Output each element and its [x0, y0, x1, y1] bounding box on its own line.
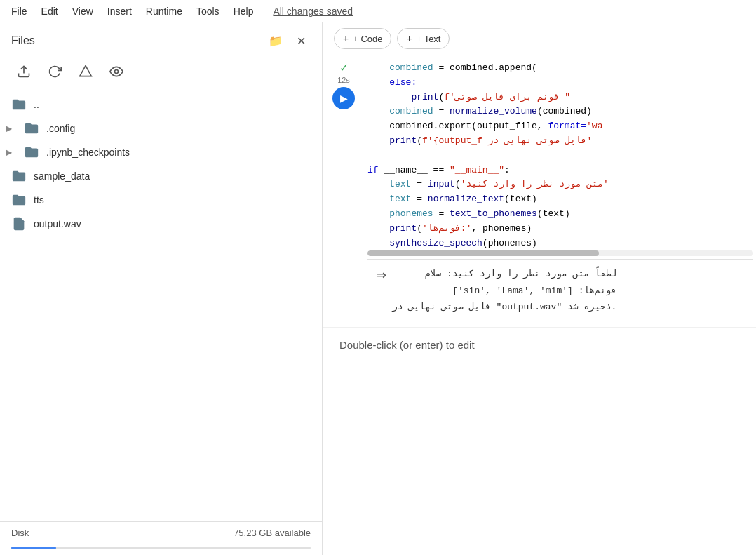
file-toolbar	[0, 56, 322, 93]
file-name: sample_data	[34, 170, 90, 182]
folder-icon: 📁	[266, 31, 285, 51]
run-time-label: 12s	[337, 76, 350, 84]
disk-progress-bar	[11, 547, 311, 549]
list-item[interactable]: sample_data	[0, 164, 322, 188]
expand-arrow-icon: ▶	[6, 147, 17, 157]
file-name: .ipynb_checkpoints	[46, 147, 130, 158]
output-scrollbar[interactable]	[367, 250, 753, 256]
menu-bar: File Edit View Insert Runtime Tools Help…	[0, 0, 756, 22]
plus-icon: +	[343, 33, 349, 44]
run-status-icon: ✓	[339, 61, 349, 74]
upload-button[interactable]	[11, 59, 36, 84]
cell-container: ✓ 12s ▶ combined = combined.append( else…	[323, 55, 756, 555]
output-area: ⇒ لطفاً متن مورد نظر را وارد کنید: سلام …	[367, 259, 753, 321]
file-list: .. ▶ .config ▶ .ipynb_checkpoints sample…	[0, 93, 322, 521]
notebook-toolbar: + + Code + + Text	[323, 22, 756, 55]
add-text-button[interactable]: + + Text	[397, 28, 450, 49]
output-scrollbar-thumb	[367, 250, 599, 256]
disk-info: Disk 75.23 GB available	[0, 521, 322, 544]
menu-edit[interactable]: Edit	[41, 6, 58, 17]
list-item[interactable]: output.wav	[0, 212, 322, 236]
menu-runtime[interactable]: Runtime	[146, 6, 182, 17]
svg-marker-1	[80, 66, 92, 76]
refresh-button[interactable]	[42, 59, 67, 84]
save-status: All changes saved	[273, 6, 353, 17]
file-name: ..	[34, 99, 39, 110]
main-layout: Files 📁 ✕	[0, 22, 756, 555]
list-item[interactable]: ..	[0, 93, 322, 116]
file-name: tts	[34, 194, 44, 206]
menu-view[interactable]: View	[72, 6, 93, 17]
output-line-3: .ذخیره شد "output.wav" فایل صوتی نهایی د…	[392, 299, 616, 315]
close-icon[interactable]: ✕	[291, 31, 311, 51]
menu-help[interactable]: Help	[234, 6, 254, 17]
output-scroll: ⇒ لطفاً متن مورد نظر را وارد کنید: سلام …	[376, 266, 745, 315]
file-name: .config	[46, 123, 75, 134]
output-line-1: لطفاً متن مورد نظر را وارد کنید: سلام	[392, 266, 616, 282]
plus-icon: +	[406, 33, 412, 44]
list-item[interactable]: ▶ .ipynb_checkpoints	[0, 140, 322, 164]
preview-button[interactable]	[104, 59, 129, 84]
list-item[interactable]: tts	[0, 188, 322, 212]
svg-point-2	[115, 70, 119, 74]
text-cell-hint: Double-click (or enter) to edit	[339, 339, 475, 351]
run-button[interactable]: ▶	[332, 87, 355, 109]
notebook-panel: + + Code + + Text ✓ 12s ▶ combined = com…	[323, 22, 756, 555]
output-arrow-icon: ⇒	[376, 267, 386, 283]
menu-file[interactable]: File	[11, 6, 27, 17]
cell-controls: ✓ 12s ▶	[323, 55, 365, 327]
code-block: combined = combined.append( else: print(…	[367, 61, 753, 250]
files-header: Files 📁 ✕	[0, 22, 322, 56]
list-item[interactable]: ▶ .config	[0, 116, 322, 140]
menu-insert[interactable]: Insert	[107, 6, 132, 17]
disk-label: Disk	[11, 528, 29, 538]
expand-arrow-icon: ▶	[6, 123, 17, 133]
disk-progress-fill	[11, 547, 56, 549]
files-title: Files	[11, 34, 35, 47]
files-header-icons: 📁 ✕	[266, 31, 311, 51]
disk-available: 75.23 GB available	[234, 528, 311, 538]
add-text-label: + Text	[417, 34, 441, 44]
output-text: لطفاً متن مورد نظر را وارد کنید: سلام فو…	[392, 266, 616, 315]
files-panel: Files 📁 ✕	[0, 22, 323, 555]
add-code-label: + Code	[353, 34, 382, 44]
text-cell[interactable]: Double-click (or enter) to edit	[323, 328, 756, 362]
code-content[interactable]: combined = combined.append( else: print(…	[365, 55, 756, 327]
drive-button[interactable]	[73, 59, 98, 84]
file-name: output.wav	[34, 218, 81, 229]
add-code-button[interactable]: + + Code	[334, 28, 391, 49]
menu-tools[interactable]: Tools	[196, 6, 220, 17]
code-cell: ✓ 12s ▶ combined = combined.append( else…	[323, 55, 756, 328]
output-line-2: فونم‌ها: ['sin', 'Lama', 'mim']	[392, 283, 616, 299]
